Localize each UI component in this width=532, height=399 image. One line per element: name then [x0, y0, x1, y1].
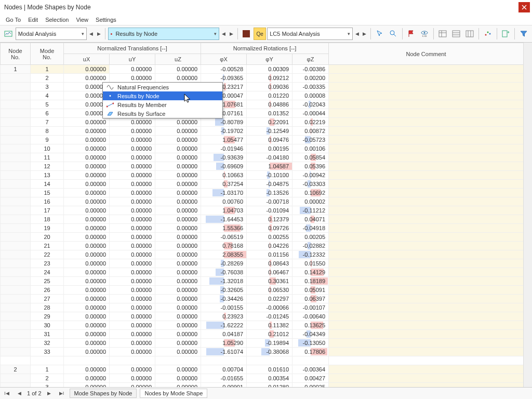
table-cell[interactable]	[1, 74, 31, 83]
table-cell[interactable]: 0.00000	[155, 233, 201, 242]
table-cell[interactable]	[329, 197, 524, 206]
table-cell[interactable]	[329, 330, 524, 339]
table-cell[interactable]: -0.00942	[292, 171, 329, 180]
col-uz[interactable]: uZ	[155, 54, 201, 65]
table-cell[interactable]: 33	[31, 348, 64, 356]
table-cell[interactable]: 1.04703	[201, 206, 247, 215]
table-cell[interactable]: 0.00000	[64, 365, 110, 374]
dropdown-item[interactable]: Results by Member	[103, 100, 222, 109]
table-cell[interactable]: 0.00000	[155, 118, 201, 127]
table-cell[interactable]: 0.00000	[64, 224, 110, 233]
col-uy[interactable]: uY	[110, 54, 155, 65]
table-cell[interactable]	[1, 224, 31, 233]
table-row[interactable]: 30.000000.000000.00000-0.009010.012800.0…	[1, 383, 532, 388]
table-cell[interactable]: 0.00025	[292, 383, 329, 388]
table-cell[interactable]: 0.00000	[64, 321, 110, 330]
last-page-button[interactable]: ▶I	[57, 389, 66, 398]
table-cell[interactable]	[329, 312, 524, 321]
table-cell[interactable]: 1	[1, 65, 31, 74]
table-row[interactable]: 310.000000.000000.000000.041870.21012-0.…	[1, 330, 532, 339]
table-cell[interactable]: -0.32605	[201, 286, 247, 295]
table-cell[interactable]: 0.00000	[155, 127, 201, 136]
table-row[interactable]: 200.000000.000000.00000-0.065190.002550.…	[1, 233, 532, 242]
table-cell[interactable]: -0.38068	[247, 348, 292, 356]
table-row[interactable]: 120.000000.000000.00000-0.696091.045870.…	[1, 162, 532, 171]
prev-lc-button[interactable]: ◀	[354, 28, 361, 39]
table-cell[interactable]: 10	[31, 144, 64, 153]
table-cell[interactable]	[1, 144, 31, 153]
table-cell[interactable]: 0.06530	[247, 286, 292, 295]
table-cell[interactable]: -0.00335	[292, 83, 329, 91]
table-cell[interactable]: 0.00000	[64, 144, 110, 153]
table-cell[interactable]: 0.00000	[64, 118, 110, 127]
table-cell[interactable]: 8	[31, 127, 64, 136]
table-cell[interactable]: -0.00364	[292, 365, 329, 374]
table-cell[interactable]	[1, 321, 31, 330]
table-cell[interactable]: 0.04071	[292, 215, 329, 224]
table-row[interactable]: 240.000000.000000.00000-0.760380.064670.…	[1, 268, 532, 277]
table-cell[interactable]: 0.00000	[155, 330, 201, 339]
table-cell[interactable]: 0.00000	[64, 250, 110, 259]
col-ux[interactable]: uX	[64, 54, 110, 65]
table-cell[interactable]: 0.00000	[64, 189, 110, 197]
table-row[interactable]: 210.000000.000000.000000.781680.04226-0.…	[1, 242, 532, 250]
table-cell[interactable]: 0.00354	[247, 374, 292, 383]
table-cell[interactable]: -1.62222	[201, 321, 247, 330]
table-cell[interactable]	[329, 189, 524, 197]
modal-icon[interactable]	[2, 28, 15, 40]
table-cell[interactable]: 0.00000	[64, 127, 110, 136]
table-row[interactable]: 280.000000.000000.00000-0.00155-0.00066-…	[1, 303, 532, 312]
table-row[interactable]	[1, 356, 532, 365]
table-cell[interactable]: 31	[31, 330, 64, 339]
table-cell[interactable]	[329, 259, 524, 268]
table-row[interactable]: 270.000000.000000.00000-0.344260.022970.…	[1, 295, 532, 303]
table-cell[interactable]: 0.00000	[155, 65, 201, 74]
col-group-trans[interactable]: Normalized Translations [--]	[64, 43, 201, 54]
table-row[interactable]: 60.000000.000000.000000.071610.01352-0.0…	[1, 109, 532, 118]
next-lc-button[interactable]: ▶	[362, 28, 368, 39]
table-cell[interactable]: 0.12379	[247, 215, 292, 224]
table-cell[interactable]: 0.00000	[110, 250, 155, 259]
table-row[interactable]: 290.000000.000000.000000.23923-0.01245-0…	[1, 312, 532, 321]
table-cell[interactable]: 0.00704	[201, 365, 247, 374]
table-cell[interactable]: 0.00000	[110, 144, 155, 153]
table-cell[interactable]: 0.00000	[155, 383, 201, 388]
table-cell[interactable]: 0.00000	[110, 136, 155, 144]
table-cell[interactable]: 0.00205	[292, 233, 329, 242]
table-cell[interactable]	[1, 189, 31, 197]
table-cell[interactable]: 0.00000	[110, 233, 155, 242]
table-cell[interactable]: 0.02297	[247, 295, 292, 303]
table-cell[interactable]: 0.04226	[247, 242, 292, 250]
table-cell[interactable]	[1, 136, 31, 144]
table-cell[interactable]: 0.00000	[110, 224, 155, 233]
table-cell[interactable]: 0.00000	[110, 330, 155, 339]
table-cell[interactable]: 4	[31, 91, 64, 100]
table-cell[interactable]: 0.05396	[292, 162, 329, 171]
menu-selection[interactable]: Selection	[42, 16, 72, 24]
qe-badge[interactable]: Qe	[254, 28, 266, 40]
table-cell[interactable]: 0.00000	[110, 153, 155, 162]
col-mode-no[interactable]: ModeNo.	[31, 43, 64, 65]
table-cell[interactable]: 0.09726	[247, 224, 292, 233]
table-cell[interactable]: 0.00000	[110, 277, 155, 286]
table-cell[interactable]: 0.00000	[110, 189, 155, 197]
table-cell[interactable]: 0.18189	[292, 277, 329, 286]
table-cell[interactable]: 0.06397	[292, 295, 329, 303]
table-cell[interactable]: -0.04349	[292, 330, 329, 339]
table-cell[interactable]: 0.00000	[64, 277, 110, 286]
table-cell[interactable]	[1, 153, 31, 162]
table-cell[interactable]: 0.00000	[155, 136, 201, 144]
table-row[interactable]: 230.000000.000000.00000-0.282690.086430.…	[1, 259, 532, 268]
table-cell[interactable]: 25	[31, 277, 64, 286]
table-cell[interactable]: 0.00002	[292, 197, 329, 206]
table-cell[interactable]: 0.00000	[64, 153, 110, 162]
zoom-tool-icon[interactable]	[387, 28, 400, 40]
table-cell[interactable]	[1, 259, 31, 268]
table-cell[interactable]: 0.05091	[292, 286, 329, 295]
table-cell[interactable]: 2	[31, 374, 64, 383]
table-cell[interactable]: 0.00008	[292, 91, 329, 100]
table-cell[interactable]: 0.00000	[155, 365, 201, 374]
table-cell[interactable]	[329, 268, 524, 277]
table-cell[interactable]	[1, 295, 31, 303]
table-cell[interactable]: 0.00760	[201, 197, 247, 206]
